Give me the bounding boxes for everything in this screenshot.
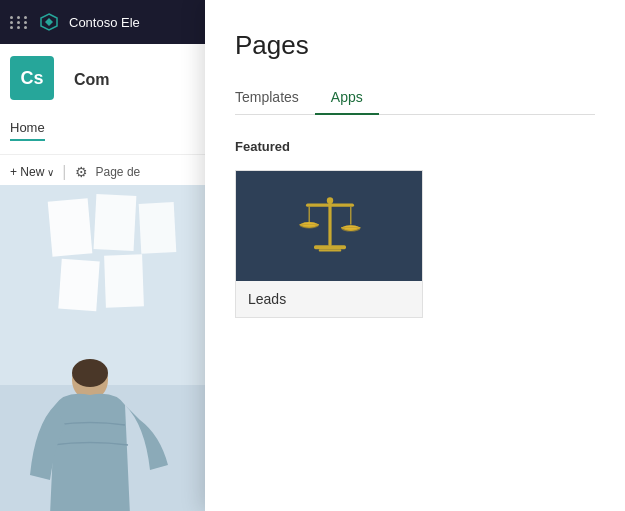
grid-icon <box>10 16 29 29</box>
featured-label: Featured <box>235 139 595 154</box>
home-link[interactable]: Home <box>10 120 45 141</box>
app-nav: Home <box>10 110 195 141</box>
svg-rect-5 <box>58 259 99 312</box>
svg-rect-3 <box>94 194 137 251</box>
svg-point-8 <box>72 359 108 387</box>
svg-rect-9 <box>328 202 331 246</box>
action-bar: + New ∨ | ⚙ Page de <box>0 154 205 189</box>
svg-rect-12 <box>306 204 354 207</box>
leads-app-card[interactable]: Leads <box>235 170 423 318</box>
svg-point-17 <box>341 225 360 231</box>
app-logo: Cs <box>10 56 54 100</box>
svg-point-13 <box>327 197 333 203</box>
tabs-row: Templates Apps <box>235 81 595 115</box>
leads-card-image <box>236 171 423 281</box>
left-panel: Contoso Ele Cs Com Home + New ∨ | ⚙ Page… <box>0 0 205 511</box>
panel-title: Pages <box>235 30 595 61</box>
top-bar: Contoso Ele <box>0 0 205 44</box>
gear-icon[interactable]: ⚙ <box>75 164 88 180</box>
brand-icon <box>37 10 61 34</box>
new-button[interactable]: + New ∨ <box>10 165 54 179</box>
separator: | <box>62 163 66 181</box>
app-name: Com <box>74 67 110 89</box>
svg-point-16 <box>300 222 319 228</box>
svg-rect-10 <box>314 245 346 249</box>
pages-panel: Pages Templates Apps Featured <box>205 0 625 511</box>
leads-card-label: Leads <box>236 281 422 317</box>
tab-apps[interactable]: Apps <box>315 81 379 115</box>
app-header: Cs Com Home <box>0 44 205 154</box>
apps-grid: Leads <box>235 170 595 318</box>
brand-name: Contoso Ele <box>69 15 140 30</box>
svg-rect-2 <box>48 198 93 256</box>
svg-rect-6 <box>104 254 144 307</box>
page-design-text: Page de <box>96 165 141 179</box>
svg-rect-4 <box>139 202 177 254</box>
featured-section: Featured <box>235 139 595 318</box>
svg-rect-11 <box>319 249 341 251</box>
tab-templates[interactable]: Templates <box>235 81 315 115</box>
background-scene <box>0 185 205 511</box>
